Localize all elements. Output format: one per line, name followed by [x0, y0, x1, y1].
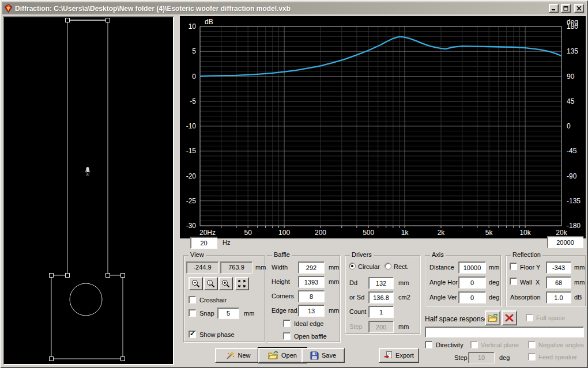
- svg-text:-15: -15: [186, 147, 197, 155]
- directivity-step-unit: deg: [499, 354, 510, 361]
- directivity-label: Directivity: [436, 342, 463, 348]
- sd-input[interactable]: [368, 291, 394, 303]
- baffle-group: Baffle Width mm Height mm Corners Edge r…: [267, 255, 340, 342]
- freq-end-input[interactable]: [547, 236, 583, 248]
- wall-input[interactable]: [546, 276, 571, 289]
- baffle-edge-radius-input[interactable]: [298, 305, 325, 317]
- baffle-canvas[interactable]: [3, 16, 174, 365]
- floor-input[interactable]: [546, 261, 571, 274]
- freq-start-input[interactable]: [190, 237, 217, 249]
- maximize-icon: [563, 6, 568, 11]
- svg-text:-45: -45: [567, 147, 577, 155]
- baffle-height-unit: mm: [329, 278, 339, 285]
- zoom-in-button[interactable]: [218, 277, 233, 290]
- baffle-width-unit: mm: [329, 264, 339, 271]
- wall-label: Wall X: [520, 279, 540, 286]
- save-button[interactable]: Save: [301, 348, 345, 363]
- snap-label: Snap: [199, 310, 214, 317]
- dd-unit: mm: [398, 279, 409, 286]
- driver-circle[interactable]: [70, 283, 102, 316]
- new-button[interactable]: New: [215, 348, 261, 363]
- axis-group: Axis Distance mm Angle Hor deg Angle Ver…: [425, 255, 501, 306]
- maximize-button[interactable]: [561, 4, 571, 13]
- wall-unit: mm: [574, 279, 585, 286]
- show-phase-label: Show phase: [199, 331, 235, 338]
- zoom-fit-button[interactable]: [235, 277, 249, 290]
- open-baffle-label: Open baffle: [294, 333, 327, 340]
- snap-value-input[interactable]: [217, 308, 239, 319]
- crosshair-checkbox[interactable]: [189, 296, 196, 303]
- absorption-label: Absorption: [510, 294, 541, 301]
- floor-label: Floor Y: [520, 264, 540, 271]
- half-space-open-button[interactable]: [485, 310, 500, 325]
- open-button[interactable]: Open: [258, 348, 307, 363]
- response-chart: dBdeg1050-5-10-15-20-25-3018013590450-45…: [180, 16, 586, 238]
- open-folder-icon: [268, 351, 278, 360]
- svg-text:500: 500: [363, 229, 374, 237]
- directivity-checkbox[interactable]: [425, 341, 432, 348]
- microphone-icon: [85, 167, 90, 175]
- driver-step-unit: mm: [398, 323, 409, 330]
- baffle-edge-radius-label: Edge rad.: [272, 307, 299, 314]
- export-icon: [384, 351, 393, 360]
- distance-unit: mm: [489, 264, 499, 271]
- absorption-unit: dB: [574, 294, 582, 301]
- baffle-height-input[interactable]: [298, 276, 325, 288]
- svg-text:-25: -25: [186, 197, 197, 205]
- svg-text:5k: 5k: [485, 229, 493, 237]
- svg-text:10: 10: [189, 22, 197, 31]
- open-baffle-checkbox[interactable]: [283, 332, 291, 340]
- angle-ver-input[interactable]: [458, 291, 486, 303]
- count-label: Count: [349, 308, 366, 315]
- snap-checkbox[interactable]: [189, 309, 196, 317]
- svg-text:-135: -135: [567, 197, 581, 205]
- baffle-edge-radius-unit: mm: [329, 307, 339, 314]
- svg-text:0: 0: [567, 122, 571, 130]
- baffle-group-title: Baffle: [272, 251, 292, 258]
- svg-text:-180: -180: [567, 222, 581, 230]
- show-phase-checkbox[interactable]: [189, 331, 196, 338]
- dd-input[interactable]: [368, 277, 394, 289]
- angle-hor-input[interactable]: [458, 276, 486, 289]
- distance-input[interactable]: [458, 261, 486, 274]
- wall-checkbox[interactable]: [510, 278, 517, 285]
- selection-handles[interactable]: [50, 18, 125, 361]
- half-space-clear-button[interactable]: [502, 310, 517, 325]
- baffle-corners-input[interactable]: [298, 290, 325, 302]
- svg-text:2k: 2k: [438, 229, 446, 237]
- red-x-icon: [505, 314, 514, 322]
- angle-hor-unit: deg: [489, 279, 499, 286]
- zoom-reset-button[interactable]: 1: [203, 277, 218, 290]
- minimize-button[interactable]: [549, 4, 559, 13]
- circular-label: Circular: [358, 263, 380, 270]
- directivity-step-input: [468, 352, 495, 363]
- baffle-corners-label: Corners: [272, 293, 294, 299]
- absorption-input[interactable]: [546, 291, 571, 303]
- svg-text:5: 5: [192, 47, 196, 55]
- angle-ver-label: Angle Ver: [429, 294, 457, 301]
- svg-text:-90: -90: [567, 172, 577, 180]
- floor-checkbox[interactable]: [510, 263, 517, 270]
- negative-angles-label: Negative angles: [538, 342, 584, 348]
- cursor-x-display: -244.9: [186, 261, 218, 274]
- axis-group-title: Axis: [430, 251, 446, 258]
- baffle-outline: [51, 20, 123, 359]
- close-button[interactable]: [574, 4, 584, 13]
- driver-step-label: Step: [349, 323, 363, 330]
- svg-text:-20: -20: [186, 172, 197, 180]
- circular-radio[interactable]: [349, 263, 356, 270]
- window-title: Diffraction: C:\Users\a\Desktop\New fold…: [15, 5, 546, 13]
- export-button[interactable]: Export: [379, 348, 419, 363]
- ideal-edge-checkbox[interactable]: [283, 320, 291, 327]
- count-input[interactable]: [368, 306, 394, 318]
- open-folder-icon: [488, 314, 498, 323]
- rect-radio[interactable]: [385, 263, 391, 270]
- vertical-plane-checkbox: [470, 341, 478, 348]
- baffle-width-input[interactable]: [298, 261, 325, 274]
- crosshair-label: Crosshair: [199, 297, 227, 303]
- sd-label: or Sd: [349, 294, 364, 301]
- zoom-out-button[interactable]: [189, 277, 203, 290]
- half-space-path-input[interactable]: [425, 327, 584, 337]
- reflection-group: Reflection Floor Y mm Wall X mm Absorpti…: [506, 255, 586, 306]
- svg-text:90: 90: [567, 73, 575, 81]
